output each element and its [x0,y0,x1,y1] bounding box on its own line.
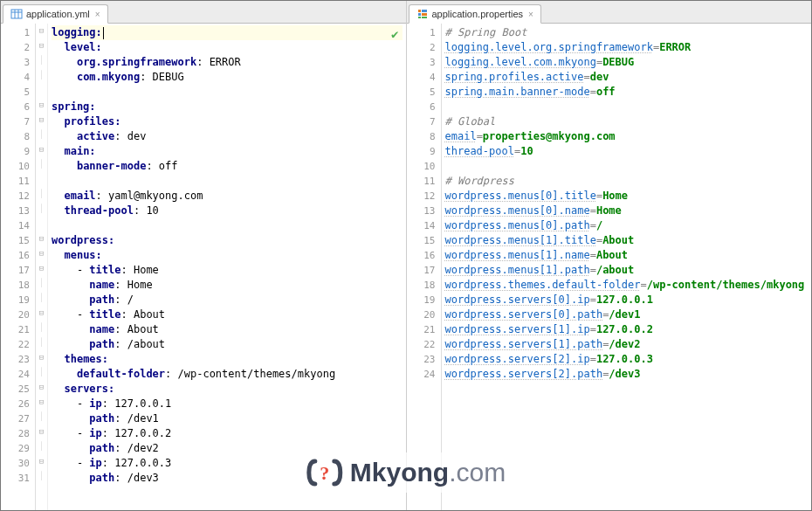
close-icon[interactable]: × [528,10,533,19]
code-line[interactable]: thread-pool: 10 [52,204,403,218]
code-line[interactable]: default-folder: /wp-content/themes/mkyon… [52,367,403,382]
code-line[interactable]: banner-mode: off [52,159,403,174]
code-line[interactable] [52,85,403,100]
line-number: 11 [409,174,436,189]
code-line[interactable]: logging.level.org.springframework=ERROR [445,40,809,55]
line-number: 6 [3,100,30,114]
line-number: 16 [409,248,436,263]
right-code[interactable]: # Spring Bootlogging.level.org.springfra… [442,24,812,510]
fold-toggle-icon[interactable] [36,231,47,246]
code-line[interactable]: # Spring Boot [445,25,809,40]
code-line[interactable]: wordpress.servers[0].path=/dev1 [445,307,809,322]
line-number: 26 [3,397,30,411]
code-line[interactable]: logging: [52,25,403,40]
code-line[interactable]: wordpress.menus[1].name=About [445,248,809,263]
code-line[interactable]: email=properties@mkyong.com [445,129,809,144]
code-line[interactable]: menus: [52,248,403,263]
left-editor[interactable]: 1234567891011121314151617181920212223242… [1,24,406,510]
code-line[interactable]: level: [52,40,403,55]
code-line[interactable]: name: Home [52,278,403,293]
tab-application-yml[interactable]: application.yml × [3,4,108,24]
fold-toggle-icon[interactable] [36,454,47,469]
code-line[interactable]: spring: [52,100,403,114]
line-number: 4 [3,70,30,85]
code-line[interactable]: wordpress.servers[2].path=/dev3 [445,367,809,382]
code-line[interactable]: # Global [445,114,809,129]
code-line[interactable]: spring.main.banner-mode=off [445,85,809,100]
code-line[interactable] [445,100,809,114]
fold-guide [36,439,47,454]
code-line[interactable]: email: yaml@mkyong.com [52,189,403,204]
fold-toggle-icon[interactable] [36,306,47,321]
fold-toggle-icon[interactable] [36,142,47,157]
fold-toggle-icon[interactable] [36,38,47,53]
fold-toggle-icon[interactable] [36,24,47,38]
fold-toggle-icon[interactable] [36,380,47,395]
code-line[interactable]: wordpress.menus[0].name=Home [445,204,809,218]
checkmark-icon: ✔ [391,27,398,41]
line-number: 10 [3,159,30,174]
fold-toggle-icon[interactable] [36,246,47,261]
code-line[interactable]: name: About [52,322,403,337]
fold-guide [36,157,47,172]
fold-guide [36,83,47,98]
code-line[interactable]: wordpress.servers[2].ip=127.0.0.3 [445,352,809,367]
fold-guide [36,276,47,291]
code-line[interactable] [445,159,809,174]
code-line[interactable]: wordpress.themes.default-folder=/wp-cont… [445,278,809,293]
code-line[interactable]: spring.profiles.active=dev [445,70,809,85]
fold-toggle-icon[interactable] [36,395,47,410]
code-line[interactable]: wordpress.menus[1].title=About [445,233,809,248]
code-line[interactable]: wordpress.menus[0].path=/ [445,218,809,233]
right-editor[interactable]: 123456789101112131415161718192021222324 … [407,24,812,510]
code-line[interactable]: servers: [52,382,403,397]
code-line[interactable]: wordpress.menus[1].path=/about [445,263,809,278]
code-line[interactable]: - title: Home [52,263,403,278]
code-line[interactable]: com.mkyong: DEBUG [52,70,403,85]
svg-rect-7 [422,13,427,16]
code-line[interactable]: logging.level.com.mkyong=DEBUG [445,55,809,70]
fold-toggle-icon[interactable] [36,261,47,276]
code-line[interactable]: wordpress.menus[0].title=Home [445,189,809,204]
fold-toggle-icon[interactable] [36,113,47,128]
fold-guide [36,202,47,217]
line-number: 9 [3,144,30,159]
line-number: 22 [3,337,30,352]
tab-application-properties[interactable]: application.properties × [409,4,541,24]
code-line[interactable]: wordpress: [52,233,403,248]
fold-guide [36,365,47,380]
code-line[interactable]: - title: About [52,307,403,322]
code-line[interactable]: # Wordpress [445,174,809,189]
line-number: 23 [409,352,436,367]
line-number: 11 [3,174,30,189]
code-line[interactable]: org.springframework: ERROR [52,55,403,70]
code-line[interactable]: thread-pool=10 [445,144,809,159]
code-line[interactable]: - ip: 127.0.0.2 [52,426,403,441]
close-icon[interactable]: × [95,10,100,19]
line-number: 18 [409,278,436,293]
code-line[interactable]: path: /dev1 [52,411,403,426]
line-number: 24 [409,367,436,382]
code-line[interactable] [52,174,403,189]
code-line[interactable]: profiles: [52,114,403,129]
line-number: 7 [409,114,436,129]
fold-toggle-icon[interactable] [36,425,47,439]
code-line[interactable] [52,218,403,233]
line-number: 4 [409,70,436,85]
line-number: 29 [3,441,30,456]
logo-text-light: .com [449,458,506,487]
fold-toggle-icon[interactable] [36,350,47,365]
fold-toggle-icon[interactable] [36,98,47,113]
code-line[interactable]: main: [52,144,403,159]
left-code[interactable]: logging: level: org.springframework: ERR… [48,24,406,510]
code-line[interactable]: wordpress.servers[1].path=/dev2 [445,337,809,352]
code-line[interactable]: path: /about [52,337,403,352]
code-line[interactable]: active: dev [52,129,403,144]
line-number: 20 [409,307,436,322]
code-line[interactable]: - ip: 127.0.0.1 [52,397,403,411]
code-line[interactable]: wordpress.servers[0].ip=127.0.0.1 [445,293,809,307]
code-line[interactable]: themes: [52,352,403,367]
code-line[interactable]: wordpress.servers[1].ip=127.0.0.2 [445,322,809,337]
code-line[interactable]: path: / [52,293,403,307]
fold-guide [36,335,47,350]
